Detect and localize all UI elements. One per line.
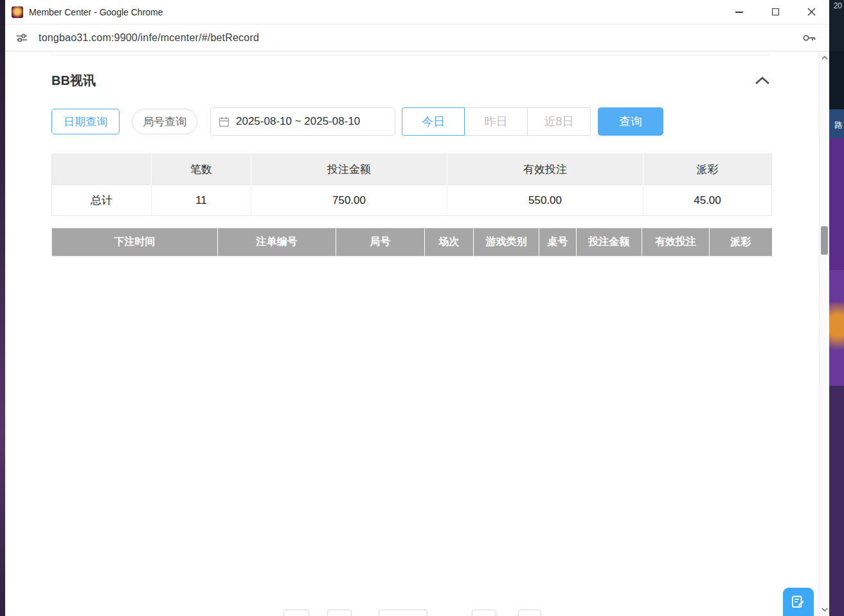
table-header-row: 下注时间 注单编号 局号 场次 游戏类别 桌号 投注金额 有效投注 派彩 [52, 228, 772, 257]
pagination-page-button[interactable] [327, 610, 352, 616]
browser-window: Member Center - Google Chrome tongbao31.… [5, 0, 829, 616]
maximize-button[interactable] [757, 0, 793, 24]
maximize-icon [772, 8, 779, 15]
password-key-icon[interactable] [802, 33, 816, 43]
summary-total-payout: 45.00 [643, 185, 772, 216]
yesterday-button[interactable]: 昨日 [465, 107, 528, 136]
summary-header-row: 笔数 投注金额 有效投注 派彩 [52, 154, 772, 185]
summary-total-valid-bet: 550.00 [447, 185, 643, 216]
header-bet-time: 下注时间 [52, 228, 218, 257]
desktop-text-fragment: 路 [834, 120, 843, 131]
bet-records-table: 下注时间 注单编号 局号 场次 游戏类别 桌号 投注金额 有效投注 派彩 [51, 228, 772, 257]
window-controls [721, 0, 829, 24]
date-range-value: 2025-08-10 ~ 2025-08-10 [236, 115, 360, 128]
feedback-edit-fab[interactable] [783, 588, 814, 616]
search-button[interactable]: 查询 [598, 107, 663, 136]
url-text[interactable]: tongbao31.com:9900/infe/mcenter/#/betRec… [39, 32, 259, 44]
header-bet-id: 注单编号 [218, 228, 336, 257]
header-session: 场次 [425, 228, 474, 257]
section-header: BB视讯 [51, 51, 771, 89]
pagination-next-button[interactable] [518, 610, 541, 616]
last-8-days-button[interactable]: 近8日 [528, 107, 591, 136]
header-game-type: 游戏类别 [474, 228, 539, 257]
minimize-button[interactable] [721, 0, 757, 24]
summary-header-bet-amount: 投注金额 [251, 154, 447, 185]
scroll-up-arrow[interactable] [820, 53, 830, 63]
desktop-background-right: 20 路 [829, 0, 844, 616]
pagination-page-size-select[interactable] [379, 610, 427, 616]
desktop-art-fragment [829, 302, 844, 360]
header-table-no: 桌号 [539, 228, 577, 257]
quick-date-button-group: 今日 昨日 近8日 [402, 107, 591, 136]
scrollbar-thumb[interactable] [821, 226, 828, 255]
window-titlebar: Member Center - Google Chrome [5, 0, 829, 24]
pagination-page-button-2[interactable] [472, 610, 496, 616]
page-content: BB视讯 日期查询 局号查询 2025-08-10 ~ 2025-08-10 今… [5, 51, 829, 616]
summary-total-row: 总计 11 750.00 550.00 45.00 [52, 185, 772, 216]
summary-header-count: 笔数 [152, 154, 251, 185]
calendar-icon [219, 116, 229, 127]
header-bet-amount: 投注金额 [577, 228, 642, 257]
taskbar-clock-fragment: 20 [834, 1, 842, 10]
today-button[interactable]: 今日 [402, 107, 465, 136]
close-icon [807, 8, 816, 16]
chevron-up-icon [755, 77, 770, 85]
header-round: 局号 [336, 228, 425, 257]
collapse-section-button[interactable] [753, 75, 771, 87]
pagination-prev-button[interactable] [283, 610, 309, 616]
summary-header-blank [52, 154, 152, 185]
vertical-scrollbar[interactable] [819, 51, 829, 616]
summary-table: 笔数 投注金额 有效投注 派彩 总计 11 750.00 550.00 45.0 [51, 154, 772, 216]
summary-total-bet-amount: 750.00 [251, 185, 447, 216]
summary-header-payout: 派彩 [643, 154, 772, 185]
site-settings-tune-icon[interactable] [15, 32, 28, 44]
round-query-tab[interactable]: 局号查询 [132, 109, 197, 134]
edit-note-icon [791, 594, 806, 610]
scroll-down-arrow[interactable] [820, 604, 830, 615]
summary-total-label: 总计 [52, 185, 152, 216]
desktop-background-left [0, 0, 5, 616]
window-title: Member Center - Google Chrome [29, 7, 163, 17]
site-favicon-icon [12, 6, 23, 18]
date-query-tab[interactable]: 日期查询 [51, 109, 120, 134]
summary-header-valid-bet: 有效投注 [447, 154, 643, 185]
minimize-icon [735, 12, 743, 13]
browser-address-bar: tongbao31.com:9900/infe/mcenter/#/betRec… [5, 24, 829, 51]
page-title: BB视讯 [51, 72, 96, 89]
summary-total-count: 11 [152, 185, 251, 216]
close-button[interactable] [793, 0, 829, 24]
date-range-picker[interactable]: 2025-08-10 ~ 2025-08-10 [210, 107, 395, 136]
filter-toolbar: 日期查询 局号查询 2025-08-10 ~ 2025-08-10 今日 昨日 … [51, 107, 771, 136]
header-payout: 派彩 [710, 228, 772, 257]
desktop: 20 路 Member Center - Google Chrome tongb… [0, 0, 844, 616]
header-valid-bet: 有效投注 [642, 228, 710, 257]
